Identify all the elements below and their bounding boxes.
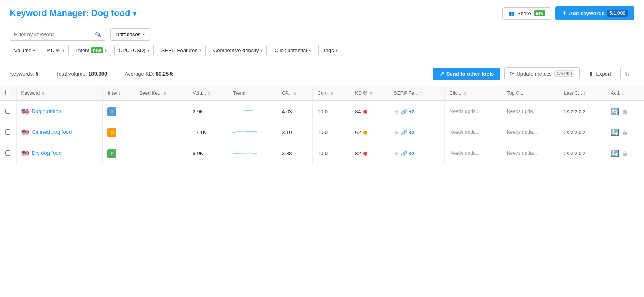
last-c-sort-icon[interactable]: ⇅	[584, 91, 587, 96]
share-new-badge: new	[534, 10, 545, 16]
intent-cell: T	[103, 143, 134, 164]
th-actions: Acti...	[606, 86, 644, 101]
intent-chevron-icon: ▾	[105, 48, 107, 53]
delete-trash-icon: 🗑	[625, 71, 630, 77]
com-value: 1.00	[318, 129, 328, 135]
refresh-icon[interactable]: 🔄	[611, 108, 619, 115]
volume-sort-icon[interactable]: ⇅	[208, 91, 211, 96]
volume-filter[interactable]: Volume ▾	[10, 45, 39, 56]
send-to-tools-button[interactable]: ↗ Send to other tools	[433, 68, 500, 80]
search-icon[interactable]: 🔍	[95, 31, 102, 38]
seed-ke-cell: -	[134, 122, 188, 143]
com-sort-icon[interactable]: ⇅	[330, 91, 334, 96]
com-cell: 1.00	[312, 143, 350, 164]
th-serp: SERP Fe...⇅	[389, 86, 444, 101]
row-checkbox[interactable]	[5, 109, 10, 114]
delete-button[interactable]: 🗑	[620, 68, 634, 80]
row-delete-icon[interactable]: 🗑	[622, 129, 628, 136]
cpc-filter[interactable]: CPC (USD) ▾	[114, 45, 154, 56]
serp-plus-badge[interactable]: +3	[409, 130, 415, 135]
row-checkbox[interactable]	[5, 129, 10, 135]
serp-cell: ★ 🔗 +2	[389, 101, 444, 122]
last-c-cell: 2/22/2022	[559, 143, 606, 164]
add-keywords-count: 5/1,000	[607, 10, 628, 17]
clic-value: Needs upda...	[450, 129, 497, 136]
serp-plus-badge[interactable]: +2	[409, 109, 415, 115]
intent-filter[interactable]: Intent new ▾	[72, 45, 111, 56]
keyword-cell: 🇺🇸 Dry dog food	[16, 143, 103, 164]
serp-chevron-icon: ▾	[199, 48, 201, 53]
cp-cell: 4.03	[277, 101, 313, 122]
update-metrics-button[interactable]: ⟳ Update metrics 0/5,000	[504, 67, 580, 80]
select-all-header[interactable]	[0, 86, 16, 101]
search-input[interactable]	[14, 31, 95, 37]
row-delete-icon[interactable]: 🗑	[622, 109, 628, 115]
select-all-checkbox[interactable]	[5, 90, 10, 95]
keyword-link[interactable]: Dog nutrition	[32, 108, 62, 115]
kd-indicator	[363, 110, 367, 114]
competitive-density-filter[interactable]: Competitive density ▾	[209, 45, 267, 56]
volume-value: 12.1K	[193, 129, 206, 135]
cpc-chevron-icon: ▾	[147, 48, 149, 53]
trend-cell	[228, 122, 277, 143]
intent-badge: T	[107, 149, 116, 158]
clic-value: Needs upda...	[450, 108, 497, 115]
serp-cell: ★ 🔗 +2	[389, 143, 444, 164]
actions-cell: 🔄 🗑	[606, 101, 644, 122]
serp-features-label: SERP Features	[161, 47, 198, 53]
refresh-icon[interactable]: 🔄	[611, 150, 619, 157]
share-button[interactable]: 👥 Share new	[502, 7, 551, 20]
add-keywords-button[interactable]: ⬆ Add keywords 5/1,000	[555, 6, 634, 20]
keywords-table-container: Keyword⇅ Intent Seed Ke...⇅ Volu...⇅ Tre…	[0, 86, 644, 164]
keyword-link[interactable]: Canned dog food	[32, 129, 72, 136]
serp-features-filter[interactable]: SERP Features ▾	[157, 45, 206, 56]
keyword-sort-icon[interactable]: ⇅	[41, 91, 45, 96]
share-people-icon: 👥	[508, 10, 515, 16]
databases-button[interactable]: Databases ▾	[110, 28, 150, 41]
volume-cell: 9.9K	[188, 143, 228, 164]
title-chevron-icon[interactable]: ▾	[133, 10, 136, 18]
kd-sort-icon[interactable]: ⇅	[369, 91, 372, 96]
serp-plus-badge[interactable]: +2	[409, 151, 415, 156]
stats-divider-1: |	[47, 71, 48, 77]
row-delete-icon[interactable]: 🗑	[622, 150, 628, 157]
row-checkbox[interactable]	[5, 150, 10, 156]
link-icon: 🔗	[401, 129, 407, 135]
trend-sparkline	[233, 127, 257, 137]
flag-icon: 🇺🇸	[21, 129, 29, 136]
cp-cell: 3.38	[277, 143, 313, 164]
seed-ke-sort-icon[interactable]: ⇅	[163, 91, 167, 96]
table-row: 🇺🇸 Dog nutrition I - 2.9K 4.03 1.00 84	[0, 101, 644, 122]
kd-filter[interactable]: KD % ▾	[43, 45, 68, 56]
update-metrics-refresh-icon: ⟳	[510, 71, 514, 77]
cp-sort-icon[interactable]: ⇅	[293, 91, 297, 96]
tags-chevron-icon: ▾	[336, 48, 338, 53]
refresh-icon[interactable]: 🔄	[611, 129, 619, 136]
tags-filter[interactable]: Tags ▾	[318, 45, 342, 56]
title-keyword: Dog food	[91, 8, 130, 18]
seed-ke-value: -	[139, 129, 141, 135]
com-value: 1.00	[318, 150, 328, 156]
last-c-value: 2/22/2022	[564, 130, 601, 135]
seed-ke-cell: -	[134, 143, 188, 164]
star-icon: ★	[394, 109, 399, 115]
keywords-stat: Keywords: 5	[10, 71, 39, 77]
title-prefix: Keyword Manager:	[10, 8, 91, 18]
click-potential-filter[interactable]: Click potential ▾	[270, 45, 315, 56]
add-keywords-label: Add keywords	[569, 10, 605, 16]
last-c-cell: 2/22/2022	[559, 122, 606, 143]
intent-label: Intent	[76, 47, 90, 53]
kd-indicator	[363, 131, 367, 135]
search-box[interactable]: 🔍	[10, 29, 106, 41]
th-trend: Trend	[228, 86, 277, 101]
toolbar: 🔍 Databases ▾ Volume ▾ KD % ▾ Intent new…	[0, 23, 644, 61]
flag-icon: 🇺🇸	[21, 150, 29, 157]
kd-cell: 84	[350, 101, 389, 122]
clic-sort-icon[interactable]: ⇅	[463, 91, 466, 96]
export-button[interactable]: ⬆ Export	[584, 68, 616, 80]
top-c-value: Needs upda...	[507, 129, 554, 136]
keyword-link[interactable]: Dry dog food	[32, 150, 62, 157]
serp-sort-icon[interactable]: ⇅	[420, 91, 423, 96]
add-keywords-icon: ⬆	[562, 10, 566, 16]
row-checkbox-cell	[0, 122, 16, 143]
